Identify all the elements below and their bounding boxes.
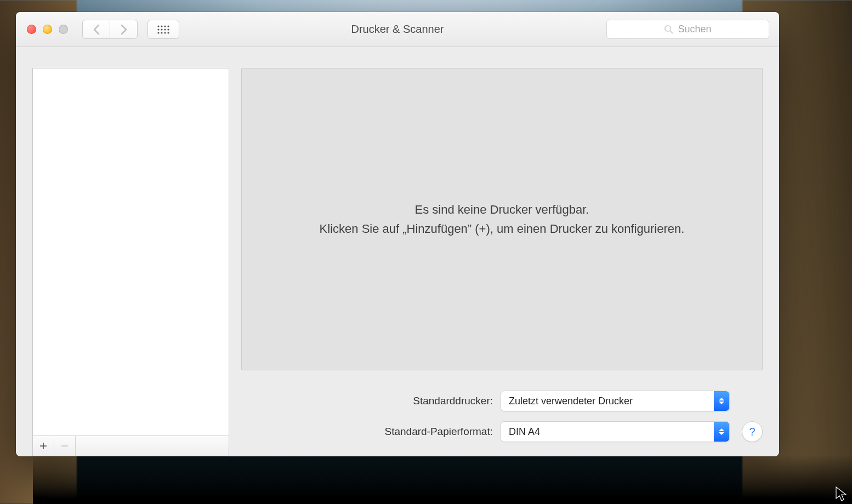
help-button[interactable]: ? (742, 421, 763, 442)
help-icon: ? (749, 426, 755, 438)
grid-icon (157, 25, 169, 34)
svg-point-3 (167, 25, 169, 27)
default-printer-select[interactable]: Zuletzt verwendeter Drucker (501, 391, 730, 411)
chevron-left-icon (93, 24, 100, 35)
show-all-button[interactable] (147, 20, 179, 39)
select-stepper-icon (714, 391, 729, 411)
svg-point-2 (164, 25, 166, 27)
printer-list[interactable] (32, 68, 229, 436)
search-placeholder: Suchen (678, 24, 711, 35)
titlebar: Drucker & Scanner Suchen (16, 12, 779, 47)
default-settings: Standarddrucker: Zuletzt verwendeter Dru… (16, 391, 779, 442)
empty-line-2: Klicken Sie auf „Hinzufügen” (+), um ein… (320, 219, 685, 238)
svg-point-6 (164, 28, 166, 30)
zoom-button (59, 25, 68, 34)
empty-line-1: Es sind keine Drucker verfügbar. (320, 200, 685, 219)
printer-detail-panel: Es sind keine Drucker verfügbar. Klicken… (241, 68, 763, 370)
minimize-button[interactable] (43, 25, 52, 34)
back-button[interactable] (82, 20, 110, 39)
window-controls (27, 25, 68, 34)
paper-size-label: Standard-Papierformat: (385, 426, 493, 438)
svg-point-10 (164, 32, 166, 33)
cursor-icon (836, 486, 848, 502)
search-icon (664, 25, 673, 34)
svg-point-9 (161, 32, 162, 33)
svg-point-4 (157, 28, 159, 30)
empty-state: Es sind keine Drucker verfügbar. Klicken… (320, 200, 685, 238)
search-input[interactable]: Suchen (606, 20, 769, 39)
forward-button (110, 20, 138, 39)
select-stepper-icon (714, 422, 729, 442)
paper-size-select[interactable]: DIN A4 (501, 421, 730, 442)
svg-point-1 (161, 25, 162, 27)
svg-point-8 (157, 32, 159, 33)
svg-point-5 (161, 28, 162, 30)
nav-buttons (82, 20, 138, 39)
preferences-window: Drucker & Scanner Suchen + − Es sind kei… (16, 12, 779, 456)
svg-point-11 (167, 32, 169, 33)
paper-size-value: DIN A4 (501, 426, 540, 438)
svg-point-0 (157, 25, 159, 27)
svg-line-13 (671, 31, 673, 33)
default-printer-label: Standarddrucker: (413, 395, 493, 407)
window-body: + − Es sind keine Drucker verfügbar. Kli… (16, 47, 779, 456)
svg-point-7 (167, 28, 169, 30)
default-printer-value: Zuletzt verwendeter Drucker (501, 396, 633, 407)
close-button[interactable] (27, 25, 36, 34)
chevron-right-icon (120, 24, 128, 35)
